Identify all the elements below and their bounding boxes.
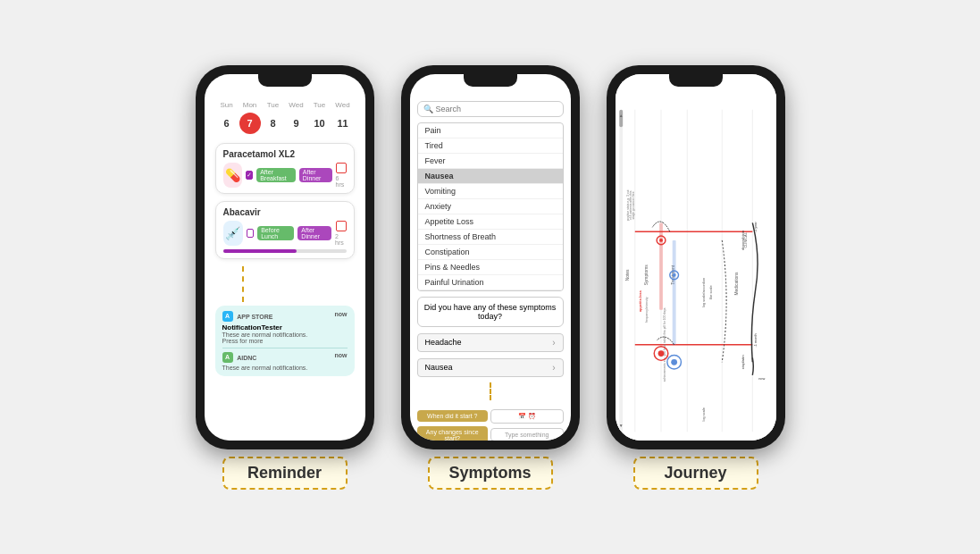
symptom-appetite-loss[interactable]: Appetite Loss bbox=[418, 214, 563, 230]
symptom-pins-needles[interactable]: Pins & Needles bbox=[418, 260, 563, 275]
journey-phone-wrapper: ▲ ▼ Notes Symptoms Treatment log scale/a… bbox=[607, 65, 785, 490]
symptoms-phone-wrapper: 🔍 Pain Tired Fever Nausea Vomiting Anxie… bbox=[401, 65, 580, 490]
cal-day-0: Sun bbox=[216, 101, 238, 109]
chevron-icon-headache: › bbox=[552, 338, 555, 348]
notif-header-2: A AIDNC now bbox=[222, 352, 348, 363]
med-tag-dinner2: After Dinner bbox=[297, 226, 331, 240]
svg-text:Medications: Medications bbox=[733, 272, 738, 295]
reminder-phone-frame: Sun Mon Tue Wed Tue Wed 6 7 8 9 10 11 bbox=[196, 65, 374, 449]
med-square-abacavir bbox=[336, 221, 347, 231]
symptom-nausea-button[interactable]: Nausea › bbox=[417, 358, 564, 377]
headache-label: Headache bbox=[425, 338, 462, 347]
cal-date-8[interactable]: 8 bbox=[263, 113, 284, 134]
notif-sub-1: Press for more bbox=[222, 338, 348, 344]
svg-text:doxorubicin: doxorubicin bbox=[740, 230, 744, 250]
med-right-abacavir: 2 hrs bbox=[335, 221, 346, 246]
svg-text:now: now bbox=[758, 375, 765, 380]
cal-date-6[interactable]: 6 bbox=[216, 113, 238, 134]
dashed-connector bbox=[242, 266, 355, 302]
med-checkbox-abacavir[interactable] bbox=[247, 229, 254, 238]
symptom-list-wrapper: Pain Tired Fever Nausea Vomiting Anxiety… bbox=[417, 122, 564, 291]
med-card-abacavir: Abacavir 💉 Before Lunch After Dinner 2 h… bbox=[215, 201, 355, 259]
svg-rect-38 bbox=[659, 222, 663, 309]
cal-date-9[interactable]: 9 bbox=[286, 113, 307, 134]
calendar-header: Sun Mon Tue Wed Tue Wed bbox=[215, 101, 355, 109]
symptom-painful-urination[interactable]: Painful Urination bbox=[418, 275, 563, 290]
med-tag-dinner: After Dinner bbox=[299, 168, 332, 182]
svg-text:▼: ▼ bbox=[618, 424, 623, 428]
notif-icon-appstore: A bbox=[222, 311, 233, 322]
cal-date-11[interactable]: 11 bbox=[332, 113, 354, 134]
calendar-icon: 📅 bbox=[518, 413, 526, 420]
med-icon-abacavir: 💉 bbox=[223, 221, 243, 246]
symptom-pain[interactable]: Pain bbox=[418, 123, 563, 138]
reminder-phone-wrapper: Sun Mon Tue Wed Tue Wed 6 7 8 9 10 11 bbox=[196, 65, 374, 490]
nausea-label: Nausea bbox=[425, 363, 453, 372]
svg-text:achievements e.g. you have tak: achievements e.g. you have taken this pi… bbox=[662, 307, 666, 382]
med-hrs-abacavir: 2 hrs bbox=[335, 233, 346, 246]
symptom-nausea[interactable]: Nausea bbox=[418, 169, 563, 184]
search-input[interactable] bbox=[436, 105, 557, 113]
med-icon-paracetamol: 💊 bbox=[223, 163, 243, 188]
form-input-changes[interactable]: Type something bbox=[490, 428, 564, 441]
med-progress-fill-abacavir bbox=[223, 249, 297, 253]
svg-text:appetite-loss: appetite-loss bbox=[637, 290, 641, 312]
notif-store-2: A AIDNC bbox=[222, 352, 257, 363]
cal-day-1: Mon bbox=[239, 101, 261, 109]
main-container: Sun Mon Tue Wed Tue Wed 6 7 8 9 10 11 bbox=[0, 0, 980, 554]
svg-text:stage go cancer free: stage go cancer free bbox=[631, 191, 634, 219]
svg-point-37 bbox=[671, 358, 677, 365]
svg-point-35 bbox=[658, 350, 664, 357]
form-label-changes: Any changes since start? bbox=[417, 426, 489, 441]
cal-date-7[interactable]: 7 bbox=[239, 113, 261, 134]
form-row-changes: Any changes since start? Type something bbox=[417, 426, 564, 441]
phone-notch-2 bbox=[464, 74, 517, 87]
notif-body-1: These are normal notifications. bbox=[222, 332, 348, 338]
symptom-list: Pain Tired Fever Nausea Vomiting Anxiety… bbox=[417, 122, 564, 291]
cal-day-2: Tue bbox=[263, 101, 284, 109]
cal-day-5: Wed bbox=[332, 101, 354, 109]
notification-area: A APP STORE now NotificationTester These… bbox=[215, 306, 355, 376]
chevron-icon-nausea: › bbox=[552, 363, 555, 373]
reminder-screen: Sun Mon Tue Wed Tue Wed 6 7 8 9 10 11 bbox=[205, 74, 365, 441]
symptom-tired[interactable]: Tired bbox=[418, 138, 563, 154]
symptom-search-bar[interactable]: 🔍 bbox=[417, 101, 564, 117]
med-progress-abacavir bbox=[223, 249, 347, 253]
symptom-headache-button[interactable]: Headache › bbox=[417, 333, 564, 352]
med-card-paracetamol: Paracetamol XL2 💊 ✓ After Breakfast Afte… bbox=[215, 143, 355, 194]
notif-header-1: A APP STORE now bbox=[222, 311, 348, 322]
svg-rect-6 bbox=[619, 109, 623, 432]
search-icon: 🔍 bbox=[423, 105, 433, 113]
med-tag-breakfast: After Breakfast bbox=[256, 168, 296, 182]
symptoms-question-box: Did you have any of these symptoms today… bbox=[417, 297, 564, 327]
med-right-paracetamol: 6 hrs bbox=[336, 163, 347, 188]
svg-text:cisplatin: cisplatin bbox=[740, 354, 744, 368]
svg-text:log scale/accordion: log scale/accordion bbox=[700, 277, 705, 306]
symptoms-label: Symptoms bbox=[428, 457, 553, 490]
notif-title-1: NotificationTester bbox=[222, 323, 348, 332]
reminder-label: Reminder bbox=[222, 457, 348, 490]
notif-store-1: A APP STORE bbox=[222, 311, 273, 322]
cal-day-4: Tue bbox=[309, 101, 331, 109]
med-hrs-paracetamol: 6 hrs bbox=[336, 175, 347, 188]
svg-text:▲: ▲ bbox=[618, 113, 623, 117]
journey-phone-frame: ▲ ▼ Notes Symptoms Treatment log scale/a… bbox=[607, 65, 785, 449]
journey-screen: ▲ ▼ Notes Symptoms Treatment log scale/a… bbox=[616, 74, 776, 441]
symptom-shortness-of-breath[interactable]: Shortness of Breath bbox=[418, 230, 563, 245]
med-tag-lunch: Before Lunch bbox=[257, 226, 294, 240]
cal-date-10[interactable]: 10 bbox=[309, 113, 331, 134]
form-label-start: When did it start ? bbox=[417, 410, 489, 422]
med-name-paracetamol: Paracetamol XL2 bbox=[223, 149, 347, 159]
symptom-constipation[interactable]: Constipation bbox=[418, 245, 563, 260]
notif-icon-aidnc: A bbox=[222, 352, 233, 363]
med-checkbox-paracetamol[interactable]: ✓ bbox=[246, 171, 253, 180]
svg-text:log scale: log scale bbox=[700, 407, 705, 421]
symptom-anxiety[interactable]: Anxiety bbox=[418, 199, 563, 214]
symptom-vomiting[interactable]: Vomiting bbox=[418, 184, 563, 199]
svg-rect-0 bbox=[617, 101, 774, 441]
symptom-fever[interactable]: Fever bbox=[418, 154, 563, 169]
form-input-start[interactable]: 📅 ⏰ bbox=[490, 409, 564, 424]
dashed-arrow bbox=[490, 382, 491, 400]
svg-text:like scale: like scale bbox=[708, 285, 712, 299]
notif-time-2: now bbox=[335, 352, 348, 363]
